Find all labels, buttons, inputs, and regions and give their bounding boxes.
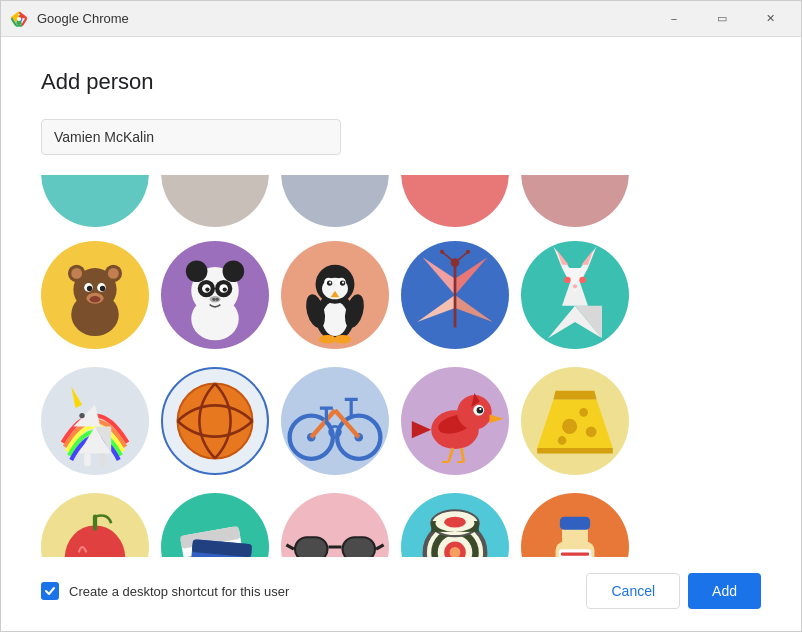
avatar-unicorn[interactable] (41, 367, 149, 475)
svg-marker-65 (73, 405, 100, 427)
svg-line-95 (461, 448, 463, 462)
svg-point-40 (319, 335, 336, 344)
svg-point-60 (564, 277, 570, 283)
chrome-logo-icon (9, 9, 29, 29)
minimize-button[interactable]: − (651, 1, 697, 37)
svg-point-104 (579, 408, 588, 417)
svg-point-129 (444, 517, 466, 528)
main-content: Add person (1, 37, 801, 632)
avatar-cards[interactable] (161, 493, 269, 557)
avatar-scroll-area (41, 175, 761, 557)
svg-marker-99 (537, 448, 613, 453)
svg-point-101 (562, 419, 577, 434)
window-controls: − ▭ ✕ (651, 1, 793, 37)
svg-point-17 (223, 260, 245, 282)
avatar-partial-1[interactable] (41, 175, 149, 227)
svg-point-10 (87, 286, 92, 291)
svg-marker-43 (455, 257, 487, 295)
svg-marker-42 (423, 257, 455, 295)
avatar-cheese[interactable] (521, 367, 629, 475)
avatar-panda[interactable] (161, 241, 269, 349)
partial-avatar-row (41, 175, 757, 227)
svg-point-50 (440, 250, 444, 254)
svg-line-49 (455, 252, 468, 263)
avatar-basketball[interactable] (161, 367, 269, 475)
svg-rect-69 (99, 453, 105, 466)
avatar-row-1 (41, 237, 757, 353)
svg-point-91 (477, 407, 483, 413)
svg-marker-45 (455, 295, 493, 322)
svg-marker-85 (412, 421, 431, 438)
svg-line-115 (286, 545, 294, 549)
checkbox-row: Create a desktop shortcut for this user (41, 582, 289, 600)
avatar-grid-wrapper[interactable] (41, 175, 761, 557)
avatar-bottle[interactable] (521, 493, 629, 557)
avatar-rabbit[interactable] (521, 241, 629, 349)
svg-point-41 (334, 335, 351, 344)
svg-point-62 (573, 284, 577, 288)
window-title: Google Chrome (37, 11, 651, 26)
svg-line-116 (376, 545, 384, 549)
avatar-row-3 (41, 489, 757, 557)
svg-marker-93 (490, 415, 504, 424)
svg-point-23 (223, 287, 227, 291)
svg-rect-68 (84, 453, 90, 466)
svg-rect-132 (560, 517, 590, 530)
svg-rect-117 (296, 538, 326, 557)
avatar-sunglasses[interactable] (281, 493, 389, 557)
desktop-shortcut-checkbox[interactable] (41, 582, 59, 600)
svg-point-7 (108, 268, 119, 279)
svg-marker-66 (71, 386, 82, 408)
svg-marker-44 (417, 295, 455, 322)
svg-point-92 (479, 408, 481, 410)
avatar-penguin[interactable] (281, 241, 389, 349)
avatar-partial-3[interactable] (281, 175, 389, 227)
svg-point-36 (342, 282, 344, 284)
add-button[interactable]: Add (688, 573, 761, 609)
avatar-partial-5[interactable] (521, 175, 629, 227)
svg-point-6 (71, 268, 82, 279)
svg-line-48 (442, 252, 455, 263)
svg-rect-118 (344, 538, 374, 557)
svg-point-26 (216, 298, 219, 301)
svg-point-67 (79, 413, 84, 418)
svg-point-61 (579, 277, 585, 283)
svg-point-51 (466, 250, 470, 254)
avatar-row-2 (41, 363, 757, 479)
button-row: Cancel Add (586, 573, 761, 609)
avatar-sushi[interactable] (401, 493, 509, 557)
svg-marker-100 (553, 391, 596, 400)
svg-point-35 (329, 282, 331, 284)
bottom-area: Create a desktop shortcut for this user … (41, 557, 761, 609)
svg-rect-134 (561, 552, 589, 555)
avatar-partial-2[interactable] (161, 175, 269, 227)
avatar-partial-4[interactable] (401, 175, 509, 227)
svg-point-28 (322, 301, 348, 336)
titlebar: Google Chrome − ▭ ✕ (1, 1, 801, 37)
avatar-apple[interactable] (41, 493, 149, 557)
svg-point-11 (100, 286, 105, 291)
svg-point-102 (586, 426, 597, 437)
checkmark-icon (44, 585, 56, 597)
name-input[interactable] (41, 119, 341, 155)
avatar-bird[interactable] (401, 367, 509, 475)
svg-point-13 (90, 296, 101, 302)
svg-point-103 (558, 436, 567, 445)
svg-line-94 (449, 448, 453, 462)
desktop-shortcut-label[interactable]: Create a desktop shortcut for this user (69, 584, 289, 599)
page-title: Add person (41, 69, 761, 95)
avatar-bicycle[interactable] (281, 367, 389, 475)
svg-point-25 (212, 298, 215, 301)
avatar-bear[interactable] (41, 241, 149, 349)
svg-point-16 (186, 260, 208, 282)
svg-point-22 (205, 287, 209, 291)
close-button[interactable]: ✕ (747, 1, 793, 37)
svg-point-1 (17, 16, 21, 20)
cancel-button[interactable]: Cancel (586, 573, 680, 609)
avatar-butterfly[interactable] (401, 241, 509, 349)
restore-button[interactable]: ▭ (699, 1, 745, 37)
